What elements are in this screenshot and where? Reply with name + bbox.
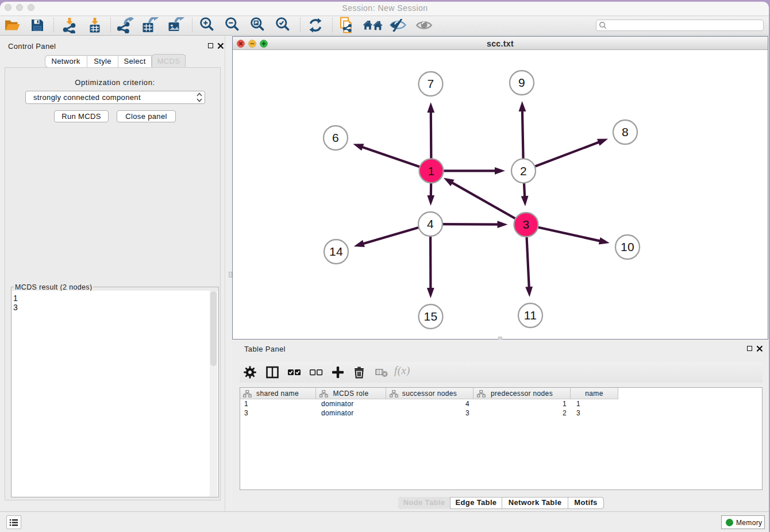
- svg-text:4: 4: [427, 217, 434, 230]
- svg-text:14: 14: [329, 245, 343, 258]
- svg-text:7: 7: [427, 77, 434, 90]
- svg-text:2: 2: [520, 164, 527, 178]
- svg-text:10: 10: [621, 240, 634, 253]
- svg-text:1: 1: [428, 164, 434, 178]
- svg-text:8: 8: [622, 125, 629, 138]
- svg-text:9: 9: [518, 76, 525, 89]
- svg-text:15: 15: [424, 310, 437, 323]
- svg-text:3: 3: [522, 218, 529, 231]
- svg-text:11: 11: [524, 309, 537, 322]
- svg-text:6: 6: [332, 131, 339, 144]
